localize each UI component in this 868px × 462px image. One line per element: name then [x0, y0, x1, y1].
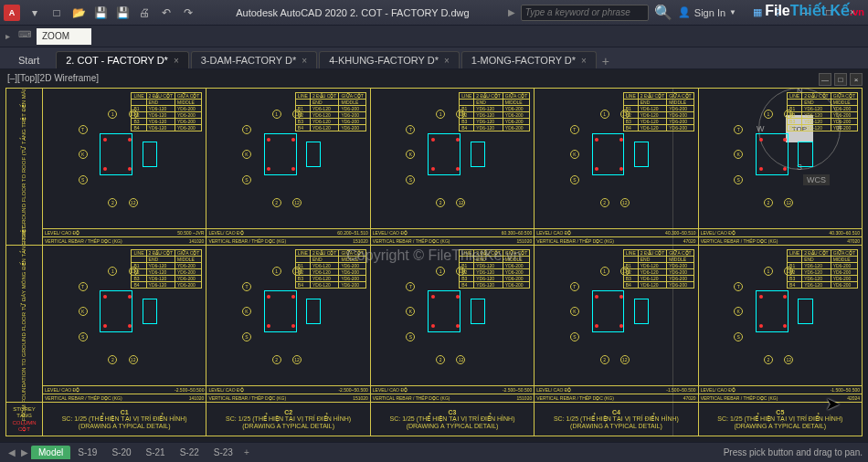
search-icon[interactable]: 🔍 [654, 4, 672, 21]
axis-mark: 2 [764, 198, 773, 207]
axis-mark: 1 [600, 267, 609, 276]
axis-mark: 12 [456, 355, 465, 364]
axis-mark: 12 [292, 355, 302, 364]
axis-mark: 13 [129, 110, 138, 119]
column-section-cell: LINE2 ĐẦU CỘTGIỮA CỘTENDMIDDLEB1YD6-120Y… [371, 246, 535, 402]
axis-mark: 12 [784, 355, 793, 364]
axis-mark: 2 [436, 355, 445, 364]
ribbon-collapse-icon[interactable]: ▸ [5, 31, 18, 41]
column-section-sketch: TKS113212 [739, 117, 820, 201]
axis-mark: 12 [129, 198, 138, 207]
axis-mark: T [570, 282, 579, 291]
search-play-icon[interactable]: ▶ [508, 7, 515, 17]
qat-menu[interactable]: ▾ [26, 4, 44, 22]
signin-button[interactable]: 👤 Sign In ▼ [678, 6, 736, 18]
axis-mark: K [406, 307, 415, 316]
axis-mark: 1 [436, 110, 445, 119]
file-tab-1[interactable]: 3-DAM-FACTORY D*× [191, 51, 317, 68]
command-prompt-icon: ⌨ [18, 29, 33, 44]
viewport-max-button[interactable]: □ [834, 73, 847, 86]
axis-mark: 1 [436, 267, 445, 276]
axis-mark: 2 [436, 198, 445, 207]
axis-mark: 2 [600, 355, 609, 364]
sheet-column-header-row: STOREY TẦNG COLUMN CỘT C1SC: 1/25 (THỂ H… [6, 403, 862, 436]
column-section-sketch: TKS113212 [576, 274, 657, 358]
drawing-viewport[interactable]: [–][Top][2D Wireframe] — □ × TOP N S E W… [0, 69, 868, 442]
column-section-sketch: TKS113212 [411, 117, 492, 201]
autodesk-app-icon[interactable]: ▦ [749, 5, 766, 21]
axis-mark: T [406, 125, 415, 134]
close-icon[interactable]: × [302, 56, 307, 66]
start-tab[interactable]: Start [4, 52, 54, 68]
qat-redo[interactable]: ↷ [179, 4, 197, 22]
axis-mark: K [79, 307, 88, 316]
column-section-cell: LINE2 ĐẦU CỘTGIỮA CỘTENDMIDDLEB1YD6-120Y… [43, 246, 206, 402]
command-input[interactable] [37, 28, 91, 45]
viewport-label[interactable]: [–][Top][2D Wireframe] [7, 73, 99, 83]
window-title: Autodesk AutoCAD 2020 2. COT - FACTORY D… [197, 7, 508, 18]
axis-mark: 13 [456, 267, 465, 276]
adjacent-column [798, 299, 812, 324]
layout-prev-button[interactable]: ◀ [5, 447, 18, 457]
axis-mark: 13 [292, 110, 302, 119]
column-header-cell: C4SC: 1/25 (THỂ HIỆN TẠI VỊ TRÍ ĐIỂN HÌN… [535, 403, 698, 436]
close-icon[interactable]: × [581, 56, 587, 66]
viewport-controls: — □ × [819, 73, 863, 86]
viewport-min-button[interactable]: — [819, 73, 831, 86]
axis-mark: 12 [620, 198, 630, 207]
axis-mark: 13 [620, 267, 630, 276]
adjacent-column [306, 299, 321, 324]
qat-plot[interactable]: 🖨 [135, 4, 153, 22]
viewport-close-button[interactable]: × [850, 73, 863, 86]
axis-mark: K [734, 150, 743, 159]
axis-mark: 12 [129, 355, 138, 364]
layout-tab[interactable]: S-23 [206, 446, 240, 459]
layout-tab[interactable]: S-21 [139, 446, 173, 459]
axis-mark: T [79, 125, 88, 134]
command-row: ▸ ⌨ [0, 26, 868, 47]
axis-mark: 12 [620, 355, 630, 364]
app-icon[interactable]: A [4, 5, 20, 21]
model-tab[interactable]: Model [31, 446, 70, 459]
column-header-cell: C3SC: 1/25 (THỂ HIỆN TẠI VỊ TRÍ ĐIỂN HÌN… [371, 403, 535, 436]
file-tab-0[interactable]: 2. COT - FACTORY D*× [56, 51, 189, 68]
axis-mark: 2 [108, 355, 117, 364]
column-section-sketch: TKS113212 [739, 274, 820, 358]
axis-mark: K [734, 307, 743, 316]
layout-tab[interactable]: S-20 [104, 446, 138, 459]
adjacent-column [471, 299, 485, 324]
column-section-cell: LINE2 ĐẦU CỘTGIỮA CỘTENDMIDDLEB1YD6-120Y… [699, 246, 862, 402]
status-hint: Press pick button and drag to pan. [724, 447, 863, 457]
axis-mark: S [79, 175, 88, 184]
axis-mark: S [242, 332, 251, 341]
close-icon[interactable]: × [444, 56, 450, 66]
layout-next-button[interactable]: ▶ [18, 447, 31, 457]
chevron-down-icon: ▼ [729, 8, 736, 16]
file-tab-label: 2. COT - FACTORY D* [66, 55, 168, 66]
signin-label: Sign In [694, 7, 725, 18]
drawing-area[interactable]: FROM GROUND FLOOR TO ROOF (TỪ TẦNG TRỆT … [5, 88, 863, 436]
status-bar: ◀ ▶ Model S-19 S-20 S-21 S-22 S-23 + Pre… [0, 442, 868, 462]
file-tab-2[interactable]: 4-KHUNG-FACTORY D*× [319, 51, 460, 68]
file-tab-3[interactable]: 1-MONG-FACTORY D*× [461, 51, 597, 68]
qat-new[interactable]: □ [48, 4, 66, 22]
qat-saveas[interactable]: 💾 [113, 4, 132, 22]
user-icon: 👤 [678, 6, 691, 18]
axis-mark: K [570, 150, 579, 159]
axis-mark: S [570, 332, 579, 341]
axis-mark: 2 [272, 355, 281, 364]
axis-mark: 13 [620, 110, 630, 119]
layout-tab[interactable]: S-22 [173, 446, 206, 459]
axis-mark: 1 [764, 267, 773, 276]
layout-add-button[interactable]: + [240, 447, 253, 457]
axis-mark: K [242, 150, 251, 159]
axis-mark: S [406, 332, 415, 341]
qat-undo[interactable]: ↶ [157, 4, 175, 22]
layout-tab[interactable]: S-19 [70, 446, 104, 459]
qat-save[interactable]: 💾 [91, 4, 110, 22]
axis-mark: T [406, 282, 415, 291]
new-tab-button[interactable]: + [597, 54, 615, 68]
qat-open[interactable]: 📂 [69, 4, 88, 22]
search-input[interactable] [521, 5, 649, 21]
close-icon[interactable]: × [174, 56, 179, 66]
